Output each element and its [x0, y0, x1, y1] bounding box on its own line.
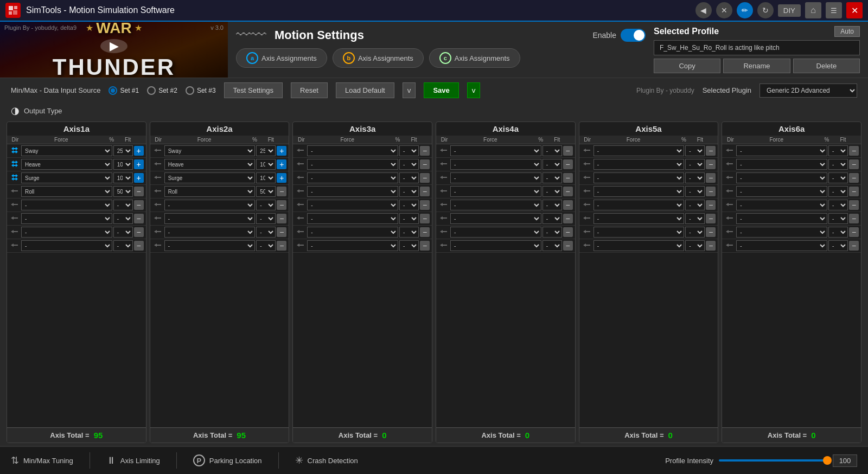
force-sel-axis6a-3[interactable]: --SwayHeaveSurgeRollPitchYawExtra1Extra2 — [736, 186, 827, 197]
remove-btn-axis3a-4[interactable]: − — [420, 200, 430, 210]
remove-btn-axis3a-3[interactable]: − — [420, 187, 430, 196]
save-dropdown[interactable]: v — [467, 82, 481, 98]
force-sel-axis2a-1[interactable]: --SwayHeaveSurgeRollPitchYawExtra1Extra2 — [164, 159, 256, 170]
play-button[interactable]: ▶ — [100, 39, 127, 53]
dir-icon-axis3a-4[interactable] — [295, 201, 306, 210]
pct-sel-axis3a-0[interactable]: -510152025303540455055606570758085909510… — [399, 145, 419, 156]
plugin-select[interactable]: Generic 2D Advanced — [760, 84, 857, 98]
pct-sel-axis1a-7[interactable]: -510152025303540455055606570758085909510… — [113, 240, 133, 251]
remove-btn-axis5a-5[interactable]: − — [706, 214, 716, 223]
pct-sel-axis5a-1[interactable]: -510152025303540455055606570758085909510… — [685, 159, 705, 170]
diy-button[interactable]: DIY — [778, 4, 801, 17]
footer-minmax[interactable]: ⇅ Min/Max Tuning — [11, 454, 73, 466]
dir-icon-axis5a-6[interactable] — [582, 228, 592, 237]
pct-sel-axis2a-3[interactable]: -510152025303540455055606570758085909510… — [256, 186, 276, 197]
remove-btn-axis6a-7[interactable]: − — [849, 241, 859, 251]
dir-icon-axis4a-6[interactable] — [438, 228, 449, 237]
dir-icon-axis6a-4[interactable] — [724, 201, 735, 210]
force-sel-axis1a-7[interactable]: --SwayHeaveSurgeRollPitchYawExtra1Extra2 — [21, 240, 112, 251]
remove-btn-axis2a-7[interactable]: − — [277, 241, 286, 251]
force-sel-axis3a-6[interactable]: --SwayHeaveSurgeRollPitchYawExtra1Extra2 — [307, 227, 398, 238]
remove-btn-axis3a-1[interactable]: − — [420, 159, 430, 169]
remove-btn-axis2a-4[interactable]: − — [277, 200, 286, 210]
remove-btn-axis5a-4[interactable]: − — [706, 200, 716, 210]
dir-icon-axis1a-7[interactable] — [9, 241, 20, 251]
force-sel-axis1a-0[interactable]: --SwayHeaveSurgeRollPitchYawExtra1Extra2 — [21, 145, 112, 156]
force-sel-axis1a-6[interactable]: --SwayHeaveSurgeRollPitchYawExtra1Extra2 — [21, 227, 112, 238]
force-sel-axis4a-4[interactable]: --SwayHeaveSurgeRollPitchYawExtra1Extra2 — [450, 200, 541, 210]
pct-sel-axis4a-0[interactable]: -510152025303540455055606570758085909510… — [542, 145, 562, 156]
force-sel-axis3a-7[interactable]: --SwayHeaveSurgeRollPitchYawExtra1Extra2 — [307, 240, 398, 251]
pct-sel-axis6a-7[interactable]: -510152025303540455055606570758085909510… — [828, 240, 848, 251]
dir-icon-axis4a-3[interactable] — [438, 187, 449, 196]
refresh-button[interactable]: ↻ — [757, 2, 774, 18]
remove-btn-axis1a-4[interactable]: − — [134, 200, 144, 210]
dir-icon-axis2a-7[interactable] — [152, 241, 163, 251]
remove-btn-axis2a-6[interactable]: − — [277, 227, 286, 237]
dir-icon-axis6a-3[interactable] — [724, 187, 735, 196]
pct-sel-axis3a-5[interactable]: -510152025303540455055606570758085909510… — [399, 213, 419, 224]
force-sel-axis4a-2[interactable]: --SwayHeaveSurgeRollPitchYawExtra1Extra2 — [450, 172, 541, 183]
pct-sel-axis4a-1[interactable]: -510152025303540455055606570758085909510… — [542, 159, 562, 170]
force-sel-axis6a-1[interactable]: --SwayHeaveSurgeRollPitchYawExtra1Extra2 — [736, 159, 827, 170]
force-sel-axis3a-0[interactable]: --SwayHeaveSurgeRollPitchYawExtra1Extra2 — [307, 145, 398, 156]
load-default-button[interactable]: Load Default — [336, 82, 394, 98]
pct-sel-axis6a-2[interactable]: -510152025303540455055606570758085909510… — [828, 172, 848, 183]
edit-button[interactable]: ✏ — [737, 2, 753, 18]
dir-icon-axis2a-3[interactable] — [152, 187, 163, 196]
remove-btn-axis4a-5[interactable]: − — [563, 214, 573, 223]
pct-sel-axis6a-4[interactable]: -510152025303540455055606570758085909510… — [828, 200, 848, 210]
pct-sel-axis6a-6[interactable]: -510152025303540455055606570758085909510… — [828, 227, 848, 238]
footer-parking[interactable]: P Parking Location — [193, 454, 262, 466]
dir-icon-axis5a-2[interactable] — [582, 174, 592, 183]
force-sel-axis4a-3[interactable]: --SwayHeaveSurgeRollPitchYawExtra1Extra2 — [450, 186, 541, 197]
pct-sel-axis1a-0[interactable]: -510152025303540455055606570758085909510… — [113, 145, 133, 156]
footer-crash[interactable]: ✳ Crash Detection — [295, 454, 358, 466]
add-btn-axis2a-1[interactable]: + — [277, 159, 286, 169]
pct-sel-axis1a-1[interactable]: -510152025303540455055606570758085909510… — [113, 159, 133, 170]
pct-sel-axis1a-5[interactable]: -510152025303540455055606570758085909510… — [113, 213, 133, 224]
force-sel-axis3a-4[interactable]: --SwayHeaveSurgeRollPitchYawExtra1Extra2 — [307, 200, 398, 210]
pct-sel-axis4a-6[interactable]: -510152025303540455055606570758085909510… — [542, 227, 562, 238]
window-close-button[interactable]: ✕ — [846, 2, 863, 18]
force-sel-axis4a-6[interactable]: --SwayHeaveSurgeRollPitchYawExtra1Extra2 — [450, 227, 541, 238]
pct-sel-axis5a-4[interactable]: -510152025303540455055606570758085909510… — [685, 200, 705, 210]
pct-sel-axis1a-2[interactable]: -510152025303540455055606570758085909510… — [113, 172, 133, 183]
remove-btn-axis6a-0[interactable]: − — [849, 146, 859, 156]
remove-btn-axis6a-3[interactable]: − — [849, 187, 859, 196]
force-sel-axis6a-6[interactable]: --SwayHeaveSurgeRollPitchYawExtra1Extra2 — [736, 227, 827, 238]
dir-icon-axis3a-6[interactable] — [295, 228, 306, 237]
force-sel-axis3a-5[interactable]: --SwayHeaveSurgeRollPitchYawExtra1Extra2 — [307, 213, 398, 224]
dir-icon-axis2a-2[interactable] — [152, 174, 163, 183]
force-sel-axis6a-4[interactable]: --SwayHeaveSurgeRollPitchYawExtra1Extra2 — [736, 200, 827, 210]
dir-icon-axis4a-7[interactable] — [438, 241, 449, 251]
pct-sel-axis2a-6[interactable]: -510152025303540455055606570758085909510… — [256, 227, 276, 238]
dir-icon-axis3a-7[interactable] — [295, 241, 306, 251]
dir-icon-axis5a-4[interactable] — [582, 201, 592, 210]
dir-icon-axis6a-6[interactable] — [724, 228, 735, 237]
dir-icon-axis5a-1[interactable] — [582, 160, 592, 169]
pct-sel-axis2a-7[interactable]: -510152025303540455055606570758085909510… — [256, 240, 276, 251]
force-sel-axis3a-3[interactable]: --SwayHeaveSurgeRollPitchYawExtra1Extra2 — [307, 186, 398, 197]
dir-icon-axis4a-4[interactable] — [438, 201, 449, 210]
reset-button[interactable]: Reset — [291, 82, 328, 98]
dir-icon-axis5a-5[interactable] — [582, 214, 592, 223]
dir-icon-axis1a-2[interactable] — [9, 174, 20, 183]
force-sel-axis5a-3[interactable]: --SwayHeaveSurgeRollPitchYawExtra1Extra2 — [593, 186, 685, 197]
remove-btn-axis3a-5[interactable]: − — [420, 214, 430, 223]
remove-btn-axis4a-6[interactable]: − — [563, 227, 573, 237]
remove-btn-axis6a-2[interactable]: − — [849, 173, 859, 183]
remove-btn-axis5a-2[interactable]: − — [706, 173, 716, 183]
remove-btn-axis1a-7[interactable]: − — [134, 241, 144, 251]
enable-toggle[interactable] — [621, 29, 646, 42]
force-sel-axis5a-2[interactable]: --SwayHeaveSurgeRollPitchYawExtra1Extra2 — [593, 172, 685, 183]
copy-button[interactable]: Copy — [654, 59, 720, 73]
force-sel-axis6a-0[interactable]: --SwayHeaveSurgeRollPitchYawExtra1Extra2 — [736, 145, 827, 156]
save-button[interactable]: Save — [424, 82, 458, 98]
add-btn-axis2a-0[interactable]: + — [277, 146, 286, 156]
dir-icon-axis6a-5[interactable] — [724, 214, 735, 223]
remove-btn-axis1a-6[interactable]: − — [134, 227, 144, 237]
force-sel-axis1a-2[interactable]: --SwayHeaveSurgeRollPitchYawExtra1Extra2 — [21, 172, 112, 183]
pct-sel-axis6a-0[interactable]: -510152025303540455055606570758085909510… — [828, 145, 848, 156]
pct-sel-axis2a-1[interactable]: -510152025303540455055606570758085909510… — [256, 159, 276, 170]
